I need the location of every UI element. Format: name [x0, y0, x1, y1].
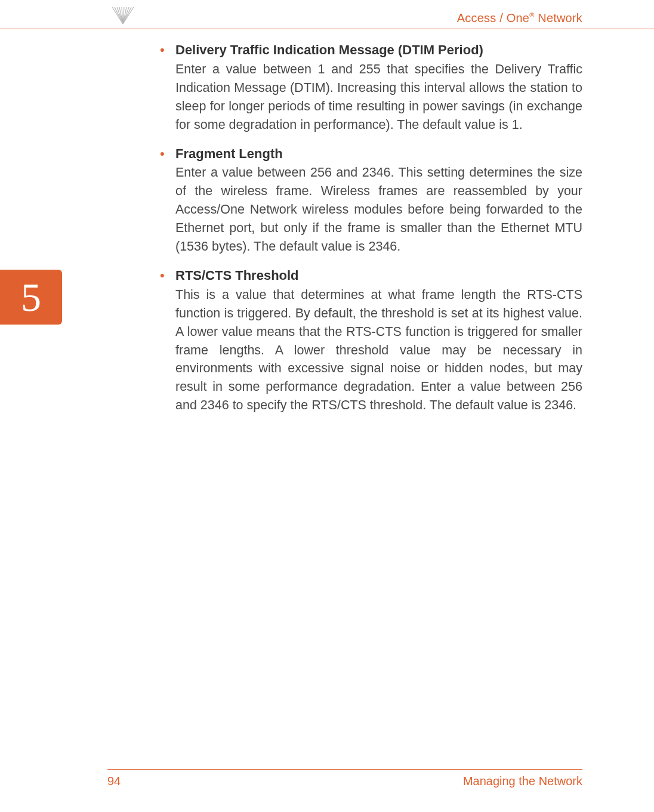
chapter-number: 5 [21, 274, 41, 321]
item-title: Fragment Length [175, 145, 283, 163]
item-title: Delivery Traffic Indication Message (DTI… [175, 41, 483, 59]
page-container: Access / One® Network 5 • Delivery Traff… [0, 0, 654, 812]
list-item: • Fragment Length Enter a value between … [160, 145, 582, 256]
bullet-icon: • [160, 269, 167, 282]
item-body: Enter a value between 256 and 2346. This… [175, 163, 582, 256]
header-title-prefix: Access / One [457, 11, 529, 24]
bullet-icon: • [160, 44, 167, 57]
antenna-logo-icon [107, 6, 138, 25]
header-title: Access / One® Network [457, 11, 582, 25]
bullet-row: • Delivery Traffic Indication Message (D… [160, 41, 582, 59]
chapter-tab: 5 [0, 270, 62, 325]
item-body: This is a value that determines at what … [175, 286, 582, 415]
list-item: • Delivery Traffic Indication Message (D… [160, 41, 582, 134]
header-title-suffix: Network [534, 11, 582, 24]
item-title: RTS/CTS Threshold [175, 267, 299, 285]
list-item: • RTS/CTS Threshold This is a value that… [160, 267, 582, 415]
footer-section-title: Managing the Network [463, 774, 582, 788]
page-number: 94 [107, 774, 121, 788]
bullet-row: • Fragment Length [160, 145, 582, 163]
page-header: Access / One® Network [0, 0, 654, 29]
bullet-icon: • [160, 147, 167, 160]
item-body: Enter a value between 1 and 255 that spe… [175, 60, 582, 134]
page-footer: 94 Managing the Network [107, 769, 582, 788]
content-area: • Delivery Traffic Indication Message (D… [0, 41, 654, 415]
bullet-row: • RTS/CTS Threshold [160, 267, 582, 285]
